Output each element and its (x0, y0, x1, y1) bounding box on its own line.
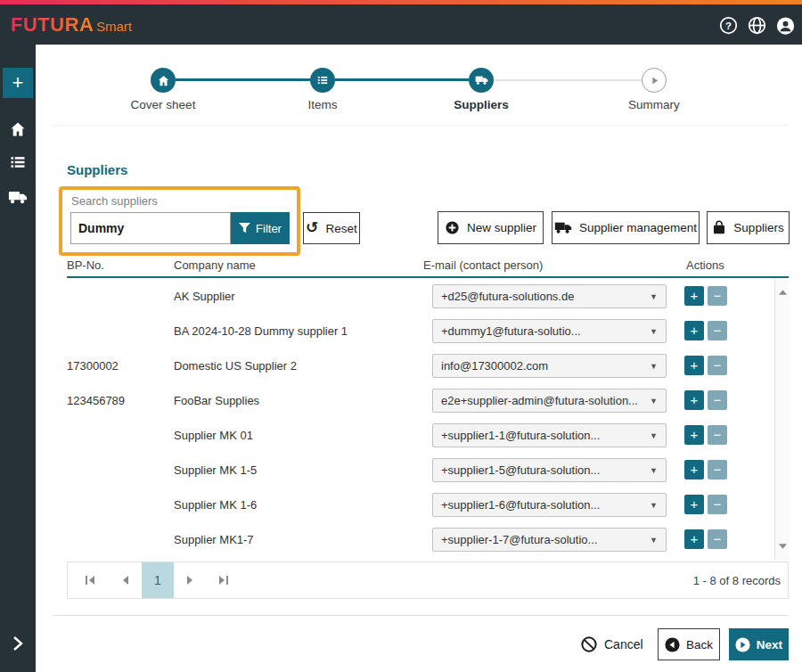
email-select[interactable]: +d25@futura-solutions.de ▼ (432, 284, 667, 308)
step-label-cover-sheet: Cover sheet (110, 98, 217, 111)
remove-row-button[interactable]: − (708, 321, 727, 340)
step-items[interactable] (310, 68, 335, 93)
email-select[interactable]: info@17300002.com ▼ (432, 354, 667, 378)
add-row-button[interactable]: + (684, 356, 704, 375)
remove-row-button[interactable]: − (708, 460, 727, 479)
email-value: +d25@futura-solutions.de (433, 290, 650, 303)
list-icon[interactable] (0, 152, 36, 173)
truck-icon[interactable] (0, 186, 36, 208)
arrow-left-circle-icon (665, 637, 680, 652)
truck-icon (475, 75, 488, 86)
step-summary[interactable] (642, 68, 667, 93)
add-row-button[interactable]: + (684, 460, 704, 479)
filter-icon (239, 223, 250, 234)
table-row: Supplier MK 01 +supplier1-1@futura-solut… (67, 418, 775, 453)
home-icon[interactable] (0, 119, 36, 140)
email-value: +supplier-1-7@futura-solutio... (433, 533, 650, 546)
app-header: FUTURA Smart ? (0, 4, 802, 45)
chevron-down-icon: ▼ (650, 327, 666, 336)
table-header-rule (67, 276, 789, 278)
table-row: BA 2024-10-28 Dummy supplier 1 +dummy1@f… (67, 314, 775, 348)
play-icon (649, 75, 660, 86)
first-page-button[interactable] (77, 562, 103, 598)
step-cover-sheet[interactable] (151, 68, 176, 93)
chevron-down-icon: ▼ (650, 501, 666, 510)
company-name-cell: FooBar Supplies (174, 394, 259, 407)
new-supplier-button[interactable]: New supplier (438, 211, 544, 244)
scroll-down-icon[interactable] (775, 540, 790, 553)
last-page-button[interactable] (210, 562, 237, 598)
next-label: Next (757, 638, 782, 652)
add-row-button[interactable]: + (684, 495, 704, 514)
suppliers-button[interactable]: Suppliers (707, 211, 790, 244)
email-value: +supplier1-1@futura-solution... (433, 429, 650, 442)
remove-row-button[interactable]: − (708, 390, 727, 410)
supplier-management-button[interactable]: Supplier management (552, 211, 700, 244)
cancel-label: Cancel (604, 637, 643, 652)
table-row: 123456789 FooBar Supplies e2e+supplier-a… (67, 383, 775, 418)
back-button[interactable]: Back (658, 628, 720, 660)
reset-button[interactable]: ↺ Reset (303, 212, 360, 244)
table-row: AK Supplier +d25@futura-solutions.de ▼ +… (67, 279, 775, 314)
account-icon[interactable] (776, 16, 795, 35)
company-name-cell: Supplier MK 01 (174, 429, 253, 442)
chevron-down-icon: ▼ (650, 292, 666, 301)
email-value: +supplier1-5@futura-solution... (433, 463, 650, 477)
supplier-management-label: Supplier management (579, 221, 697, 234)
search-label: Search suppliers (71, 194, 158, 208)
scroll-up-icon[interactable] (775, 286, 790, 299)
page-title: Suppliers (67, 162, 127, 177)
brand-logo: FUTURA (11, 13, 94, 37)
chevron-down-icon: ▼ (650, 466, 666, 475)
next-button[interactable]: Next (729, 628, 789, 660)
next-page-button[interactable] (176, 562, 203, 598)
chevron-down-icon: ▼ (650, 397, 666, 406)
previous-page-button[interactable] (112, 562, 139, 598)
new-supplier-label: New supplier (467, 221, 536, 234)
stepper-connector (176, 78, 310, 81)
remove-row-button[interactable]: − (708, 425, 727, 445)
column-header-company: Company name (174, 258, 256, 272)
add-row-button[interactable]: + (684, 321, 704, 340)
chevron-down-icon: ▼ (650, 362, 666, 371)
email-select[interactable]: e2e+supplier-admin@futura-solution... ▼ (432, 389, 667, 413)
globe-icon[interactable] (748, 16, 766, 35)
divider (53, 125, 789, 126)
bp-no-cell: 17300002 (67, 359, 119, 373)
back-label: Back (686, 638, 713, 652)
email-select[interactable]: +supplier1-6@futura-solution... ▼ (432, 493, 667, 517)
remove-row-button[interactable]: − (708, 529, 727, 549)
page-number-button[interactable]: 1 (142, 562, 174, 598)
reset-icon: ↺ (306, 220, 318, 235)
remove-row-button[interactable]: − (708, 286, 727, 306)
supplier-table: AK Supplier +d25@futura-solutions.de ▼ +… (67, 279, 775, 560)
brand-suffix: Smart (96, 19, 132, 34)
svg-text:?: ? (725, 20, 732, 31)
add-row-button[interactable]: + (684, 390, 704, 410)
expand-sidebar-icon[interactable] (0, 635, 36, 652)
cancel-button[interactable]: Cancel (581, 630, 643, 659)
stepper-connector (335, 78, 469, 81)
email-select[interactable]: +supplier-1-7@futura-solutio... ▼ (432, 528, 667, 552)
step-suppliers[interactable] (469, 68, 494, 93)
email-select[interactable]: +supplier1-5@futura-solution... ▼ (432, 458, 667, 482)
divider (53, 615, 789, 616)
remove-row-button[interactable]: − (708, 495, 727, 514)
table-row: Supplier MK1-7 +supplier-1-7@futura-solu… (67, 522, 775, 557)
search-suppliers-input[interactable] (70, 212, 231, 244)
email-select[interactable]: +dummy1@futura-solutio... ▼ (432, 319, 667, 343)
company-name-cell: Supplier MK 1-6 (174, 498, 257, 512)
stepper-connector (494, 79, 642, 81)
add-row-button[interactable]: + (684, 286, 704, 306)
email-select[interactable]: +supplier1-1@futura-solution... ▼ (432, 423, 667, 447)
add-row-button[interactable]: + (684, 529, 704, 549)
remove-row-button[interactable]: − (708, 356, 727, 375)
pagination-bar: 1 1 - 8 of 8 records (67, 561, 789, 599)
filter-button[interactable]: Filter (231, 212, 290, 244)
sidebar-new-button[interactable]: + (3, 68, 33, 98)
table-row: Supplier MK 1-5 +supplier1-5@futura-solu… (67, 453, 775, 488)
help-icon[interactable]: ? (719, 16, 738, 35)
chevron-down-icon: ▼ (650, 536, 666, 545)
table-scrollbar[interactable] (774, 279, 789, 560)
add-row-button[interactable]: + (684, 425, 704, 445)
